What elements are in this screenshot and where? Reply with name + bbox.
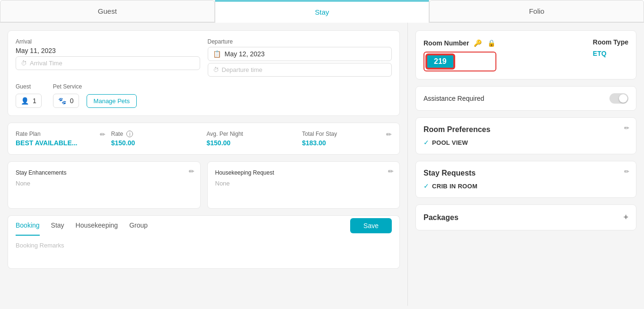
rate-value: $150.00 xyxy=(111,139,201,147)
pool-view-label: POOL VIEW xyxy=(432,139,468,146)
guest-label: Guest xyxy=(16,83,42,90)
bottom-tabs-row: Booking Stay Housekeeping Group Save xyxy=(8,215,400,236)
total-stay-edit-icon[interactable]: ✏ xyxy=(386,131,392,138)
pet-row: 🐾 0 Manage Pets xyxy=(53,94,137,108)
room-number-label: Room Number xyxy=(423,39,469,47)
total-stay-block: Total For Stay $183.00 ✏ xyxy=(302,131,392,147)
arrival-date: May 11, 2023 xyxy=(16,47,200,54)
pet-block: Pet Service 🐾 0 Manage Pets xyxy=(53,83,137,108)
packages-title: Packages xyxy=(423,213,459,222)
room-number-box: 219 xyxy=(423,52,496,71)
packages-card: Packages + xyxy=(415,204,636,230)
guest-counter: 👤 1 xyxy=(16,94,42,108)
stay-requests-edit-icon[interactable]: ✏ xyxy=(624,168,629,175)
stay-requests-title: Stay Requests xyxy=(423,169,628,177)
stay-requests-card: ✏ Stay Requests ✓ CRIB IN ROOM xyxy=(415,161,636,198)
rate-plan-edit-icon[interactable]: ✏ xyxy=(100,131,106,138)
pool-view-item: ✓ POOL VIEW xyxy=(423,139,628,146)
bottom-tab-stay[interactable]: Stay xyxy=(51,216,64,236)
arrival-time-placeholder: Arrival Time xyxy=(30,60,62,67)
bottom-tab-booking[interactable]: Booking xyxy=(16,216,40,236)
person-icon: 👤 xyxy=(21,97,29,105)
departure-date-input[interactable]: 📋 May 12, 2023 xyxy=(208,47,392,61)
room-type-section: Room Type ETQ xyxy=(593,38,628,57)
clock-icon: ⏱ xyxy=(21,60,27,67)
rate-plan-block: Rate Plan BEST AVAILABLE... ✏ xyxy=(16,131,106,147)
pet-count: 0 xyxy=(70,97,74,105)
pet-counter: 🐾 0 xyxy=(53,94,79,108)
departure-time-input[interactable]: ⏱ Departure time xyxy=(208,63,392,77)
tab-stay[interactable]: Stay xyxy=(215,0,430,23)
tab-guest[interactable]: Guest xyxy=(0,0,215,22)
tab-folio[interactable]: Folio xyxy=(429,0,644,22)
rate-row: Rate Plan BEST AVAILABLE... ✏ Rate i $15… xyxy=(16,131,392,147)
main-layout: Arrival May 11, 2023 ⏱ Arrival Time Depa… xyxy=(0,23,644,306)
room-number-section: Room Number 🔑 🔒 219 xyxy=(423,38,496,71)
housekeeping-label: Housekeeping Request xyxy=(215,169,392,176)
crib-in-room-label: CRIB IN ROOM xyxy=(432,183,477,190)
rate-plan-value: BEST AVAILABLE... xyxy=(16,139,106,147)
lock-icon-button[interactable]: 🔒 xyxy=(486,38,496,48)
arrival-label: Arrival xyxy=(16,38,200,45)
check-icon-pool: ✓ xyxy=(423,139,429,146)
guest-count: 1 xyxy=(33,97,36,105)
assistance-card: Assistance Required xyxy=(415,86,636,111)
enhancements-housekeeping-row: ✏ Stay Enhancements None ✏ Housekeeping … xyxy=(8,161,400,209)
calendar-icon: 📋 xyxy=(213,50,221,58)
housekeeping-card: ✏ Housekeeping Request None xyxy=(207,161,400,209)
clock-icon-dep: ⏱ xyxy=(213,66,219,73)
top-tab-bar: Guest Stay Folio xyxy=(0,0,644,23)
rate-plan-label: Rate Plan xyxy=(16,131,106,137)
room-preferences-card: ✏ Room Preferences ✓ POOL VIEW xyxy=(415,117,636,154)
departure-time-placeholder: Departure time xyxy=(222,66,263,73)
arrival-departure-row: Arrival May 11, 2023 ⏱ Arrival Time Depa… xyxy=(16,38,392,77)
pet-icon: 🐾 xyxy=(58,97,66,105)
enhancements-value: None xyxy=(16,180,193,187)
housekeeping-value: None xyxy=(215,180,392,187)
left-panel: Arrival May 11, 2023 ⏱ Arrival Time Depa… xyxy=(0,23,407,306)
room-type-label: Room Type xyxy=(593,38,628,46)
total-stay-value: $183.00 xyxy=(302,139,392,147)
manage-pets-button[interactable]: Manage Pets xyxy=(87,94,137,108)
remarks-card[interactable]: Booking Remarks xyxy=(8,236,400,269)
rate-info-icon: i xyxy=(126,131,133,137)
right-panel: Room Number 🔑 🔒 219 Room Type ETQ Assist… xyxy=(407,23,644,306)
save-button[interactable]: Save xyxy=(350,218,392,233)
room-preferences-edit-icon[interactable]: ✏ xyxy=(624,124,629,132)
rate-card: Rate Plan BEST AVAILABLE... ✏ Rate i $15… xyxy=(8,123,400,155)
pet-service-label: Pet Service xyxy=(53,83,137,90)
stay-enhancements-card: ✏ Stay Enhancements None xyxy=(8,161,201,209)
rate-label: Rate i xyxy=(111,131,201,137)
room-type-value: ETQ xyxy=(593,50,628,57)
departure-block: Departure 📋 May 12, 2023 ⏱ Departure tim… xyxy=(208,38,392,77)
rate-block: Rate i $150.00 xyxy=(111,131,201,147)
enhancements-edit-icon[interactable]: ✏ xyxy=(189,168,194,175)
guest-block: Guest 👤 1 xyxy=(16,83,42,108)
arrival-time-input[interactable]: ⏱ Arrival Time xyxy=(16,56,200,70)
check-icon-crib: ✓ xyxy=(423,182,429,190)
room-number-header: Room Number 🔑 🔒 xyxy=(423,38,496,48)
room-preferences-title: Room Preferences xyxy=(423,125,628,134)
avg-night-value: $150.00 xyxy=(207,139,297,147)
arrival-block: Arrival May 11, 2023 ⏱ Arrival Time xyxy=(16,38,200,77)
avg-night-label: Avg. Per Night xyxy=(207,131,297,137)
key-icon-button[interactable]: 🔑 xyxy=(473,38,483,48)
total-stay-label: Total For Stay xyxy=(302,131,392,137)
remarks-placeholder: Booking Remarks xyxy=(16,242,64,249)
bottom-tab-group[interactable]: Group xyxy=(129,216,148,236)
avg-night-block: Avg. Per Night $150.00 xyxy=(207,131,297,147)
housekeeping-edit-icon[interactable]: ✏ xyxy=(388,168,394,175)
bottom-tab-housekeeping[interactable]: Housekeeping xyxy=(76,216,118,236)
bottom-section: Booking Stay Housekeeping Group Save Boo… xyxy=(8,215,400,269)
assistance-label: Assistance Required xyxy=(423,95,484,102)
assistance-toggle[interactable] xyxy=(609,93,628,104)
enhancements-label: Stay Enhancements xyxy=(16,169,193,176)
crib-in-room-item: ✓ CRIB IN ROOM xyxy=(423,182,628,190)
guest-pet-row: Guest 👤 1 Pet Service 🐾 0 Manage Pets xyxy=(16,83,392,108)
departure-label: Departure xyxy=(208,38,392,45)
departure-date: May 12, 2023 xyxy=(225,50,265,58)
packages-add-icon[interactable]: + xyxy=(623,212,628,222)
room-number-card: Room Number 🔑 🔒 219 Room Type ETQ xyxy=(415,30,636,79)
arrival-departure-card: Arrival May 11, 2023 ⏱ Arrival Time Depa… xyxy=(8,30,400,116)
room-number-badge: 219 xyxy=(426,54,454,69)
